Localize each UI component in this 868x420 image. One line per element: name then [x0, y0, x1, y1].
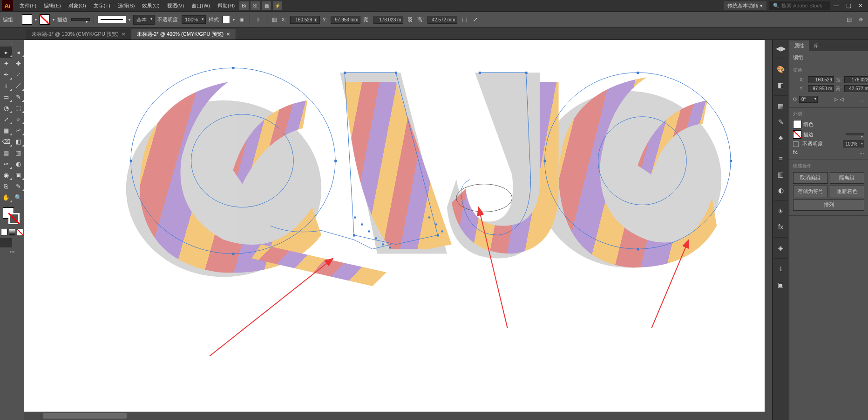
link-wh-icon[interactable]: ⛓	[406, 15, 414, 24]
prop-fill-swatch[interactable]	[793, 120, 801, 128]
rectangle-tool[interactable]: ▭	[0, 91, 12, 102]
isolate-icon[interactable]: ⤢	[471, 15, 480, 24]
menu-select[interactable]: 选择(S)	[114, 2, 139, 9]
gpu-icon[interactable]: ⚡	[273, 1, 282, 10]
color-guide-icon[interactable]: ◧	[775, 80, 787, 91]
menu-effect[interactable]: 效果(C)	[138, 2, 163, 9]
shape-props-icon[interactable]: ⬚	[460, 15, 468, 24]
width-tool[interactable]: ▦	[0, 125, 12, 136]
fill-dropdown-icon[interactable]: ▾	[35, 18, 37, 22]
mesh-tool[interactable]: ▤	[0, 147, 12, 158]
shaper-tool[interactable]: ◔	[0, 102, 12, 113]
opacity-dropdown[interactable]: 100%	[182, 15, 206, 24]
prop-stroke-weight[interactable]	[846, 133, 864, 135]
transform-anchor-icon[interactable]: ▦	[270, 15, 278, 24]
free-transform-tool[interactable]: ✂	[12, 125, 24, 136]
prop-stroke-swatch[interactable]	[793, 130, 801, 139]
perspective-tool[interactable]: ◧	[12, 136, 24, 147]
bridge-icon[interactable]: Br	[239, 1, 249, 10]
opacity-check-icon[interactable]	[793, 141, 799, 147]
asset-export-icon[interactable]: ⤓	[775, 263, 787, 274]
draw-behind[interactable]	[12, 238, 24, 247]
artboard-tool[interactable]: ⎘	[0, 180, 12, 192]
prop-h-field[interactable]: 42.572 m	[844, 85, 868, 92]
lasso-tool[interactable]: ✥	[12, 58, 24, 69]
fill-stroke-indicator[interactable]	[0, 207, 24, 227]
shape-builder-tool[interactable]: ⌫	[0, 136, 12, 147]
selection-tool[interactable]: ▸	[0, 47, 12, 58]
doc-tab-2[interactable]: 未标题-2* @ 400% (CMYK/GPU 预览)✕	[131, 29, 237, 40]
save-as-symbol-button[interactable]: 存储为符号	[793, 186, 828, 197]
arrange-docs-icon[interactable]: ▦	[262, 1, 271, 10]
fill-swatch[interactable]	[22, 14, 32, 25]
w-field[interactable]: 178.023 m	[373, 16, 403, 24]
paintbrush-tool[interactable]: ✎	[12, 91, 24, 102]
magic-wand-tool[interactable]: ✦	[0, 58, 12, 69]
swatches-panel-icon[interactable]: ▦	[775, 100, 787, 112]
workspace-switcher[interactable]: 传统基本功能▾	[724, 1, 766, 10]
fx-label[interactable]: fx.	[793, 149, 799, 155]
hand-tool[interactable]: ✋	[0, 192, 12, 203]
menu-file[interactable]: 文件(F)	[16, 2, 40, 9]
rotate-angle-field[interactable]: 0°	[799, 96, 818, 103]
menu-type[interactable]: 文字(T)	[90, 2, 114, 9]
transform-more-icon[interactable]: …	[859, 97, 864, 102]
blend-tool[interactable]: ◐	[12, 158, 24, 169]
menu-object[interactable]: 对象(O)	[65, 2, 90, 9]
eraser-tool[interactable]: ⬚	[12, 102, 24, 113]
brush-definition-dropdown[interactable]: 基本	[133, 15, 155, 25]
eyedropper-tool[interactable]: ✑	[0, 158, 12, 169]
window-minimize[interactable]: —	[831, 1, 842, 10]
recolor-icon[interactable]: ◉	[237, 15, 246, 24]
menu-view[interactable]: 视图(V)	[163, 2, 188, 9]
window-maximize[interactable]: ▢	[843, 1, 854, 10]
toolbox-grip[interactable]: ⠿	[0, 42, 24, 47]
stroke-swatch[interactable]	[40, 14, 50, 25]
line-tool[interactable]: ／	[12, 80, 24, 91]
vw-dropdown-icon[interactable]: ▾	[129, 18, 130, 22]
brushes-panel-icon[interactable]: ✎	[775, 116, 787, 127]
dock-toggle-icon[interactable]: ◀▶	[775, 43, 787, 54]
isolate-group-button[interactable]: 隔离组	[830, 172, 865, 184]
graphic-styles-icon[interactable]: fx	[775, 221, 787, 233]
direct-selection-tool[interactable]: ◂	[12, 47, 24, 58]
scrollbar-thumb[interactable]	[43, 413, 127, 419]
prop-x-field[interactable]: 160.529	[808, 76, 834, 83]
recolor-button[interactable]: 重新着色	[830, 186, 865, 197]
color-mode-none[interactable]	[17, 229, 23, 235]
appearance-panel-icon[interactable]: ☀	[775, 206, 787, 217]
canvas-viewport[interactable]	[24, 40, 772, 420]
color-mode-normal[interactable]	[1, 229, 7, 235]
variable-width-profile[interactable]	[98, 16, 126, 23]
prefs-icon[interactable]: ⛯	[857, 15, 865, 24]
zoom-tool[interactable]: 🔍	[12, 192, 24, 203]
type-tool[interactable]: T	[0, 80, 12, 91]
pen-tool[interactable]: ✒	[0, 69, 12, 80]
gradient-panel-icon[interactable]: ▥	[775, 169, 787, 180]
toolbox-more[interactable]: •••	[0, 249, 24, 254]
doc-setup-icon[interactable]: ▤	[845, 15, 853, 24]
vertical-scrollbar[interactable]	[765, 40, 772, 412]
close-tab-icon[interactable]: ✕	[226, 32, 230, 37]
rotate-tool[interactable]: ⤢	[0, 113, 12, 125]
appearance-more-icon[interactable]: …	[859, 149, 864, 155]
symbol-sprayer-tool[interactable]: ◉	[0, 169, 12, 180]
artboards-panel-icon[interactable]: ▣	[775, 279, 787, 290]
reference-point-selector[interactable]	[793, 77, 795, 93]
stroke-dropdown-icon[interactable]: ▾	[53, 18, 54, 22]
doc-tab-1[interactable]: 未标题-1* @ 100% (CMYK/GPU 预览)✕	[26, 29, 131, 40]
slice-tool[interactable]: ✎	[12, 180, 24, 192]
prop-opacity-field[interactable]: 100%	[843, 140, 864, 147]
y-field[interactable]: 97.953 mm	[331, 16, 360, 24]
stroke-weight-dropdown[interactable]	[71, 18, 90, 21]
stroke-panel-icon[interactable]: ≡	[775, 153, 787, 164]
layers-panel-icon[interactable]: ◈	[775, 242, 787, 253]
menu-help[interactable]: 帮助(H)	[214, 2, 238, 9]
horizontal-scrollbar[interactable]	[24, 412, 772, 420]
h-field[interactable]: 42.572 mm	[427, 16, 457, 24]
arrange-button[interactable]: 排列	[793, 199, 864, 211]
stock-icon[interactable]: St	[251, 1, 260, 10]
gradient-tool[interactable]: ▥	[12, 147, 24, 158]
transparency-panel-icon[interactable]: ◐	[775, 185, 787, 196]
search-stock-input[interactable]: 🔍搜索 Adobe Stock	[769, 1, 830, 10]
